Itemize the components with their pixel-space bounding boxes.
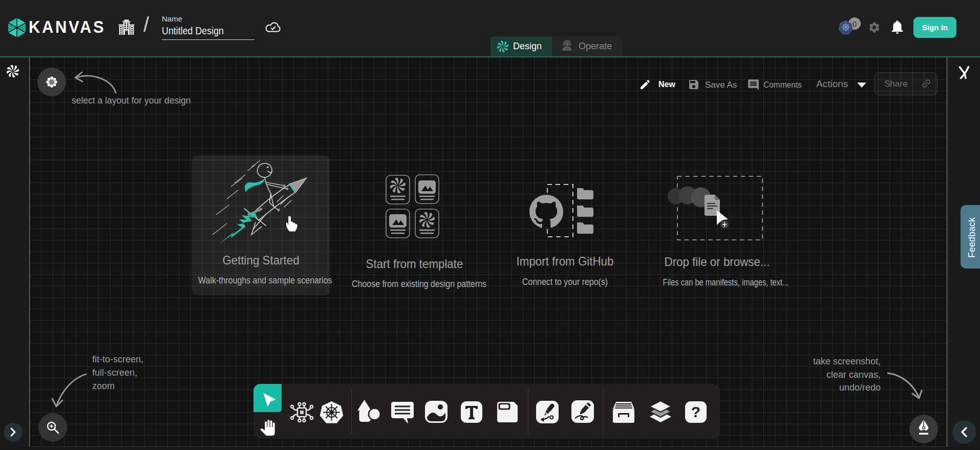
svg-text:?: ? xyxy=(691,403,700,420)
